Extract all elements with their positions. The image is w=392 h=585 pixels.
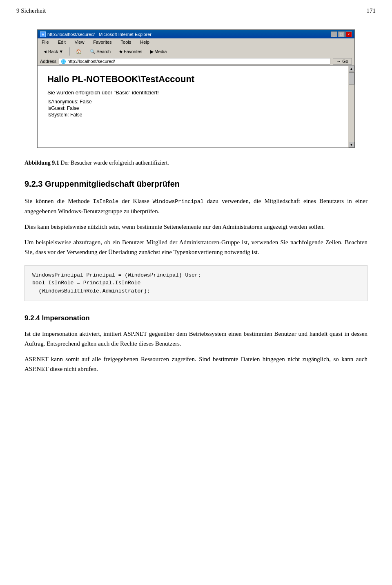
scroll-down-button[interactable]: ▼: [349, 142, 354, 147]
toolbar-separator-1: [69, 47, 70, 56]
go-label: Go: [342, 59, 348, 64]
home-icon: 🏠: [76, 49, 82, 54]
isinrole-code: IsInRole: [93, 199, 118, 205]
media-button[interactable]: ▶ Media: [147, 48, 169, 56]
page-number: 171: [367, 7, 376, 14]
code-block: WindowsPrincipal Principal = (WindowsPri…: [24, 265, 368, 301]
menu-edit[interactable]: Edit: [56, 39, 67, 45]
star-icon: ★: [119, 49, 123, 54]
search-icon: 🔍: [90, 49, 96, 54]
scroll-thumb[interactable]: [349, 72, 354, 85]
chapter-title: 9 Sicherheit: [16, 7, 46, 14]
browser-titlebar: e http://localhost/secured/ - Microsoft …: [38, 30, 354, 38]
minimize-button[interactable]: _: [331, 31, 337, 37]
prop-system: IsSystem: False: [47, 112, 338, 118]
auth-text: Sie wurden erfolgreich über "Basic" iden…: [47, 89, 338, 96]
page-header: 9 Sicherheit 171: [0, 0, 392, 17]
section-923-number: 9.2.3: [24, 179, 42, 188]
favorites-label: Favorites: [124, 49, 142, 54]
back-label: Back: [48, 49, 58, 54]
section-923-para2: Dies kann beispielsweise nützlich sein, …: [24, 222, 368, 232]
go-arrow-icon: →: [336, 59, 341, 64]
browser-toolbar: ◄ Back ▼ 🏠 🔍 Search ★ Favorites ▶ Media: [38, 46, 354, 57]
figure-label: Abbildung 9.1: [24, 160, 59, 166]
section-924-number: 9.2.4: [24, 314, 40, 322]
menu-view[interactable]: View: [73, 39, 86, 45]
browser-page-content: Hallo PL-NOTEBOOK\TestAccount Sie wurden…: [38, 66, 348, 147]
browser-main-content: Hallo PL-NOTEBOOK\TestAccount Sie wurden…: [38, 66, 348, 147]
address-url: http://localhost/secured/: [67, 59, 115, 64]
menu-help[interactable]: Help: [138, 39, 151, 45]
section-924-title: Impersonation: [42, 314, 90, 322]
address-input[interactable]: 🌐 http://localhost/secured/: [59, 58, 330, 65]
prop-anonymous: IsAnonymous: False: [47, 99, 338, 105]
menu-file[interactable]: File: [40, 39, 51, 45]
menu-tools[interactable]: Tools: [119, 39, 133, 45]
browser-screenshot: e http://localhost/secured/ - Microsoft …: [37, 29, 355, 148]
figure-caption-desc: Der Besucher wurde erfolgreich authentif…: [60, 160, 169, 166]
page-content: e http://localhost/secured/ - Microsoft …: [0, 17, 392, 396]
back-dropdown-icon: ▼: [59, 49, 63, 54]
browser-title: http://localhost/secured/ - Microsoft In…: [47, 32, 151, 37]
titlebar-left: e http://localhost/secured/ - Microsoft …: [40, 31, 151, 37]
code-line1: WindowsPrincipal Principal = (WindowsPri…: [32, 272, 201, 278]
section-923-title: Gruppenmitgliedschaft überprüfen: [45, 179, 180, 188]
section-924-para2: ASP.NET kann somit auf alle freigegebene…: [24, 354, 368, 374]
section-923-para3-text: Um beispielsweise abzufragen, ob ein Ben…: [24, 239, 343, 246]
address-label: Address: [40, 59, 56, 64]
page-icon: 🌐: [61, 59, 66, 64]
section-923-para1: Sie können die Methode IsInRole der Klas…: [24, 196, 368, 216]
scroll-up-button[interactable]: ▲: [349, 66, 354, 71]
code-line3: (WindowsBuiltInRole.Administrator);: [32, 288, 150, 294]
code-line2: bool IsInRole = Principal.IsInRole: [32, 280, 140, 286]
windowsprincipal-code: WindowsPrincipal: [153, 199, 204, 205]
back-arrow-icon: ◄: [43, 49, 47, 54]
back-button[interactable]: ◄ Back ▼: [40, 48, 66, 55]
home-button[interactable]: 🏠: [73, 48, 85, 56]
go-button[interactable]: → Go: [333, 58, 352, 65]
media-label: Media: [154, 49, 167, 54]
page-main-heading: Hallo PL-NOTEBOOK\TestAccount: [47, 74, 338, 85]
browser-menubar: File Edit View Favorites Tools Help: [38, 38, 354, 46]
section-923-heading: 9.2.3 Gruppenmitgliedschaft überprüfen: [24, 179, 368, 189]
maximize-button[interactable]: □: [338, 31, 345, 37]
favorites-button[interactable]: ★ Favorites: [116, 48, 145, 56]
section-924-para1: Ist die Impersonation aktiviert, imitier…: [24, 329, 368, 348]
figure-caption: Abbildung 9.1 Der Besucher wurde erfolgr…: [24, 160, 368, 166]
section-923-para3: Um beispielsweise abzufragen, ob ein Ben…: [24, 237, 368, 257]
ie-icon: e: [40, 31, 46, 37]
search-button[interactable]: 🔍 Search: [87, 48, 114, 56]
section-924-heading: 9.2.4 Impersonation: [24, 314, 368, 322]
browser-address-bar: Address 🌐 http://localhost/secured/ → Go: [38, 57, 354, 66]
menu-favorites[interactable]: Favorites: [91, 39, 113, 45]
media-icon: ▶: [150, 49, 154, 54]
browser-scrollbar[interactable]: ▲ ▼: [348, 66, 354, 147]
browser-content-wrapper: Hallo PL-NOTEBOOK\TestAccount Sie wurden…: [38, 66, 354, 147]
section-924-para2-text: Entsprechend gelten auch die Rechte dies…: [47, 340, 181, 347]
titlebar-buttons: _ □ ×: [331, 31, 352, 37]
prop-guest: IsGuest: False: [47, 105, 338, 111]
search-label: Search: [96, 49, 111, 54]
close-button[interactable]: ×: [345, 31, 352, 37]
section-924-para3-text: ASP.NET kann somit auf alle freigegebene…: [24, 356, 196, 362]
